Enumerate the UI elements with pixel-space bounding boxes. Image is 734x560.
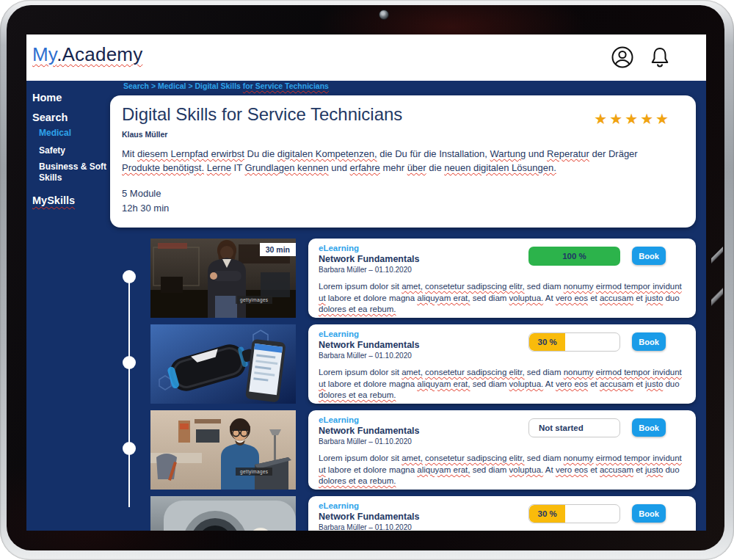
sidebar-item-medical[interactable]: Medical (39, 128, 71, 138)
course-author: Klaus Müller (122, 130, 167, 139)
screen: My.Academy Search > Medical > Digital Sk… (26, 34, 706, 531)
logo-part1: My (32, 43, 57, 65)
course-summary: Lorem ipsum dolor sit amet, consetetur s… (319, 281, 684, 316)
book-button[interactable]: Book (632, 504, 666, 523)
sidebar-item-business-soft-skills[interactable]: Business & Soft Skills (39, 161, 106, 183)
progress-bar: 30 % (528, 332, 620, 352)
progress-bar: 30 % (528, 504, 620, 523)
tablet-side-button (711, 280, 723, 313)
book-button[interactable]: Book (632, 247, 666, 265)
progress-label: 30 % (537, 338, 556, 346)
course-category: eLearning (319, 501, 359, 510)
course-title: Network Fundamentals (319, 426, 420, 436)
course-thumbnail-camera[interactable] (150, 496, 296, 531)
tablet-camera-icon (379, 10, 389, 20)
progress-bar: Not started (528, 418, 620, 437)
course-thumbnail-man-laptop[interactable]: gettyimages (150, 410, 296, 490)
course-author-date: Barbara Müller – 01.10.2020 (319, 523, 412, 531)
progress-label: 100 % (562, 252, 586, 261)
logo-part2: .Academy (57, 43, 142, 65)
timeline-line (128, 277, 130, 507)
course-summary: Lorem ipsum dolor sit amet, consetetur s… (319, 453, 684, 487)
progress-fill: 30 % (529, 505, 565, 523)
module-count: 5 Module (122, 188, 161, 199)
course-author-date: Barbara Müller – 01.10.2020 (319, 352, 412, 360)
breadcrumb[interactable]: Search > Medical > Digital Skills for Se… (123, 81, 329, 90)
sidebar-item-search[interactable]: Search (32, 112, 68, 123)
sidebar-item-home[interactable]: Home (32, 92, 62, 103)
course-description: Mit diesem Lernpfad erwirbst Du die digi… (122, 147, 684, 175)
profile-icon[interactable] (610, 45, 635, 70)
course-summary: Lorem ipsum dolor sit amet, consetetur s… (319, 367, 684, 401)
book-button[interactable]: Book (632, 332, 666, 351)
app-header: My.Academy (26, 34, 706, 81)
course-title: Network Fundamentals (319, 254, 420, 264)
page-title: Digital Skills for Service Technicians (122, 104, 402, 125)
course-title: Network Fundamentals (319, 512, 420, 522)
course-card[interactable]: eLearning Network Fundamentals Barbara M… (308, 496, 696, 531)
course-overview-card: Digital Skills for Service Technicians K… (110, 95, 696, 228)
watermark: gettyimages (236, 296, 272, 304)
progress-bar: 100 % (528, 247, 620, 266)
duration-badge: 30 min (260, 243, 296, 256)
sidebar-item-safety[interactable]: Safety (39, 145, 65, 156)
progress-label: Not started (539, 423, 584, 432)
bell-icon[interactable] (647, 45, 672, 70)
course-card[interactable]: eLearning Network Fundamentals Barbara M… (308, 410, 696, 490)
course-card[interactable]: eLearning Network Fundamentals Barbara M… (308, 324, 696, 404)
course-category: eLearning (319, 244, 359, 252)
timeline-dot (123, 270, 136, 283)
timeline-dot (123, 442, 136, 455)
course-author-date: Barbara Müller – 01.10.2020 (319, 437, 412, 446)
book-button[interactable]: Book (632, 418, 666, 437)
tablet-frame: My.Academy Search > Medical > Digital Sk… (0, 0, 734, 560)
app-logo: My.Academy (32, 43, 142, 66)
timeline-dot (123, 356, 136, 369)
course-thumbnail-woman-office[interactable]: 30 min gettyimages (150, 239, 296, 318)
course-category: eLearning (319, 330, 359, 338)
star-rating: ★★★★★ (594, 110, 671, 128)
tablet-side-button (711, 242, 723, 267)
sidebar-item-myskills[interactable]: MySkills (32, 194, 75, 206)
course-category: eLearning (319, 415, 359, 424)
watermark: gettyimages (236, 468, 272, 476)
course-duration: 12h 30 min (122, 203, 169, 214)
course-author-date: Barbara Müller – 01.10.2020 (319, 266, 412, 274)
course-title: Network Fundamentals (319, 340, 420, 350)
progress-label: 30 % (537, 509, 556, 518)
course-thumbnail-device[interactable] (150, 324, 296, 404)
course-card[interactable]: eLearning Network Fundamentals Barbara M… (308, 239, 696, 318)
progress-fill: 30 % (529, 333, 565, 351)
